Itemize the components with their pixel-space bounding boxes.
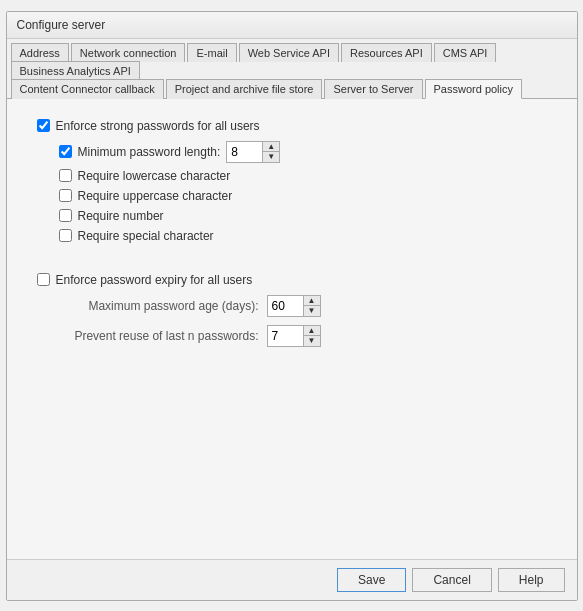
- spinner-up-button[interactable]: ▲: [263, 142, 279, 152]
- max-age-spinner-buttons: ▲ ▼: [303, 296, 320, 316]
- reuse-spinner-down[interactable]: ▼: [304, 336, 320, 346]
- prevent-reuse-spinner: ▲ ▼: [267, 325, 321, 347]
- spinner-buttons: ▲ ▼: [262, 142, 279, 162]
- enforce-expiry-label[interactable]: Enforce password expiry for all users: [56, 273, 253, 287]
- tab-business-analytics-api[interactable]: Business Analytics API: [11, 61, 140, 80]
- require-special-label[interactable]: Require special character: [78, 229, 214, 243]
- require-special-row: Require special character: [59, 229, 547, 243]
- enforce-strong-passwords-row: Enforce strong passwords for all users: [37, 119, 547, 133]
- configure-server-dialog: Configure server Address Network connect…: [6, 11, 578, 601]
- tab-password-policy[interactable]: Password policy: [425, 79, 522, 99]
- tab-address[interactable]: Address: [11, 43, 69, 62]
- min-password-length-spinner: ▲ ▼: [226, 141, 280, 163]
- tab-content-connector[interactable]: Content Connector callback: [11, 79, 164, 99]
- reuse-spinner-buttons: ▲ ▼: [303, 326, 320, 346]
- require-lowercase-label[interactable]: Require lowercase character: [78, 169, 231, 183]
- strong-passwords-section: Enforce strong passwords for all users M…: [37, 119, 547, 243]
- min-password-length-label[interactable]: Minimum password length:: [78, 145, 221, 159]
- tabs-row-2: Content Connector callback Project and a…: [11, 79, 573, 98]
- require-lowercase-row: Require lowercase character: [59, 169, 547, 183]
- require-number-checkbox[interactable]: [59, 209, 72, 222]
- tab-network-connection[interactable]: Network connection: [71, 43, 186, 62]
- max-age-spinner-up[interactable]: ▲: [304, 296, 320, 306]
- require-uppercase-row: Require uppercase character: [59, 189, 547, 203]
- tab-web-service-api[interactable]: Web Service API: [239, 43, 339, 62]
- prevent-reuse-label: Prevent reuse of last n passwords:: [59, 329, 259, 343]
- min-password-length-checkbox[interactable]: [59, 145, 72, 158]
- tab-resources-api[interactable]: Resources API: [341, 43, 432, 62]
- max-password-age-input[interactable]: [268, 296, 303, 316]
- expiry-section: Enforce password expiry for all users Ma…: [37, 273, 547, 347]
- min-password-length-row: Minimum password length: ▲ ▼: [59, 141, 547, 163]
- max-password-age-spinner: ▲ ▼: [267, 295, 321, 317]
- enforce-expiry-checkbox[interactable]: [37, 273, 50, 286]
- cancel-button[interactable]: Cancel: [412, 568, 491, 592]
- help-button[interactable]: Help: [498, 568, 565, 592]
- require-number-label[interactable]: Require number: [78, 209, 164, 223]
- content-area: Enforce strong passwords for all users M…: [7, 99, 577, 559]
- tab-project-archive[interactable]: Project and archive file store: [166, 79, 323, 99]
- prevent-reuse-input[interactable]: [268, 326, 303, 346]
- enforce-expiry-row: Enforce password expiry for all users: [37, 273, 547, 287]
- require-uppercase-checkbox[interactable]: [59, 189, 72, 202]
- dialog-title: Configure server: [7, 12, 577, 39]
- section-divider: [37, 263, 547, 273]
- enforce-strong-passwords-label[interactable]: Enforce strong passwords for all users: [56, 119, 260, 133]
- spinner-down-button[interactable]: ▼: [263, 152, 279, 162]
- reuse-spinner-up[interactable]: ▲: [304, 326, 320, 336]
- save-button[interactable]: Save: [337, 568, 406, 592]
- tabs-container: Address Network connection E-mail Web Se…: [7, 39, 577, 99]
- require-number-row: Require number: [59, 209, 547, 223]
- max-password-age-row: Maximum password age (days): ▲ ▼: [59, 295, 547, 317]
- tabs-row-1: Address Network connection E-mail Web Se…: [11, 43, 573, 79]
- tab-email[interactable]: E-mail: [187, 43, 236, 62]
- enforce-strong-passwords-checkbox[interactable]: [37, 119, 50, 132]
- tab-server-to-server[interactable]: Server to Server: [324, 79, 422, 99]
- require-special-checkbox[interactable]: [59, 229, 72, 242]
- tab-cms-api[interactable]: CMS API: [434, 43, 497, 62]
- require-lowercase-checkbox[interactable]: [59, 169, 72, 182]
- button-bar: Save Cancel Help: [7, 559, 577, 600]
- max-age-spinner-down[interactable]: ▼: [304, 306, 320, 316]
- require-uppercase-label[interactable]: Require uppercase character: [78, 189, 233, 203]
- strong-passwords-sub-section: Minimum password length: ▲ ▼ Require low…: [59, 141, 547, 243]
- max-password-age-label: Maximum password age (days):: [59, 299, 259, 313]
- min-password-length-input[interactable]: [227, 142, 262, 162]
- prevent-reuse-row: Prevent reuse of last n passwords: ▲ ▼: [59, 325, 547, 347]
